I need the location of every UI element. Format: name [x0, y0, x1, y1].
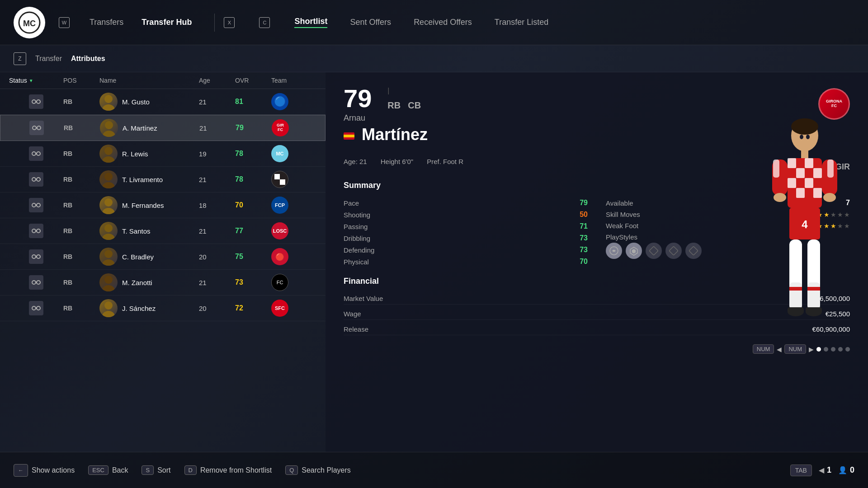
- stat-physical: Physical 70: [344, 256, 588, 267]
- ovr-cell: 81: [235, 98, 271, 106]
- player-row[interactable]: RB A. Martínez 21 79 GIRFC: [0, 115, 326, 141]
- svg-point-33: [37, 229, 40, 233]
- skill-moves-label: Skill Moves: [606, 211, 640, 218]
- svg-point-31: [102, 208, 115, 214]
- player-row[interactable]: RB M. Zanotti 21 73 FC: [0, 270, 326, 296]
- status-cell: [9, 275, 63, 290]
- svg-point-7: [102, 104, 115, 111]
- svg-rect-69: [805, 158, 813, 168]
- nav-hub[interactable]: Transfer Hub: [142, 18, 192, 27]
- passing-label: Passing: [344, 223, 368, 230]
- counter2: 👤 0: [838, 465, 854, 475]
- player-row[interactable]: RB R. Lewis 19 78 MC: [0, 141, 326, 167]
- svg-rect-59: [649, 246, 658, 255]
- player-row[interactable]: RB T. Santos 21 77 LOSC: [0, 218, 326, 244]
- svg-point-18: [104, 147, 113, 155]
- svg-rect-77: [773, 160, 779, 178]
- col-ovr: OVR: [235, 77, 271, 84]
- status-cell: [9, 121, 64, 135]
- svg-point-30: [104, 198, 113, 206]
- svg-point-12: [105, 121, 113, 129]
- team-cell: 🔴: [271, 248, 316, 265]
- tab-transfer-listed[interactable]: Transfer Listed: [495, 18, 548, 27]
- svg-point-27: [37, 203, 40, 207]
- player-row[interactable]: RB C. Bradley 20 75 🔴: [0, 244, 326, 270]
- svg-rect-70: [796, 168, 805, 178]
- action-show: ← Show actions: [14, 464, 75, 477]
- sub-tab-attributes[interactable]: Attributes: [71, 55, 105, 63]
- tab-received-offers[interactable]: Received Offers: [414, 18, 472, 27]
- tab-shortlist[interactable]: Shortlist: [294, 17, 327, 28]
- remove-label: Remove from Shortlist: [200, 466, 272, 474]
- svg-point-55: [102, 311, 115, 317]
- svg-rect-52: [35, 307, 37, 309]
- binoculars-icon: [29, 121, 44, 135]
- nav-transfers[interactable]: Transfers: [90, 18, 123, 27]
- player-avatar: [99, 299, 118, 317]
- status-cell: [9, 146, 63, 161]
- svg-rect-16: [35, 153, 37, 155]
- svg-point-20: [32, 178, 36, 181]
- ovr-cell: 73: [235, 278, 271, 286]
- player-info-cell: M. Gusto: [99, 93, 199, 111]
- player-name: A. Martínez: [123, 124, 157, 132]
- player-row[interactable]: RB M. Gusto 21 81 🔵: [0, 89, 326, 115]
- svg-point-80: [774, 193, 786, 202]
- status-cell: [9, 249, 63, 264]
- team-cell: MC: [271, 145, 316, 162]
- available-label: Available: [606, 199, 633, 207]
- app-logo[interactable]: MC: [14, 7, 45, 38]
- player-ovr: 79: [344, 86, 372, 111]
- svg-point-39: [37, 255, 40, 258]
- s-key: S: [142, 465, 154, 475]
- pos-cell: RB: [63, 305, 99, 312]
- sub-tab-transfer[interactable]: Transfer: [35, 55, 62, 63]
- player-name: M. Fernandes: [122, 202, 164, 209]
- team-cell: 🔵: [271, 93, 316, 110]
- svg-rect-66: [801, 149, 808, 158]
- action-sort[interactable]: S Sort: [142, 465, 170, 475]
- action-search[interactable]: Q Search Players: [285, 465, 351, 475]
- passing-val: 71: [580, 222, 588, 230]
- svg-rect-86: [789, 282, 802, 310]
- sub-header: Z Transfer Attributes: [0, 45, 868, 72]
- defending-label: Defending: [344, 246, 374, 254]
- player-avatar: [99, 196, 118, 214]
- ovr-cell: 79: [236, 124, 272, 132]
- count1-val: 1: [827, 465, 831, 475]
- svg-point-3: [37, 100, 40, 103]
- player-info-cell: T. Livramento: [99, 170, 199, 188]
- show-actions-label: Show actions: [32, 466, 75, 474]
- player-name: C. Bradley: [122, 253, 154, 261]
- svg-rect-89: [807, 287, 820, 291]
- nav-links: W Transfers Transfer Hub: [59, 17, 192, 28]
- ovr-section: 79 | RB CB Arnau Martínez: [344, 86, 428, 146]
- player-row[interactable]: RB J. Sánchez 20 72 SFC: [0, 296, 326, 321]
- stat-dribbling: Dribbling 73: [344, 232, 588, 244]
- pos-cell: RB: [64, 124, 100, 131]
- action-remove[interactable]: D Remove from Shortlist: [184, 465, 272, 475]
- player-info-cell: A. Martínez: [100, 119, 199, 137]
- team-cell: LOSC: [271, 222, 316, 239]
- player-row[interactable]: RB T. Livramento 21 78: [0, 167, 326, 192]
- stats-left: Pace 79 Shooting 50 Passing 71 Dribbling…: [344, 197, 588, 267]
- tab-indicator: TAB: [790, 465, 812, 476]
- binoculars-icon: [29, 198, 43, 212]
- back-arrow-key: ←: [14, 464, 28, 477]
- ovr-cell: 70: [235, 201, 271, 209]
- svg-rect-61: [689, 246, 698, 255]
- svg-text:MC: MC: [23, 19, 36, 28]
- svg-point-43: [102, 259, 115, 266]
- main-content: Status ▼ POS Name Age OVR Team: [0, 72, 868, 452]
- counter1: ◀ 1: [819, 465, 831, 475]
- tab-sent-offers[interactable]: Sent Offers: [350, 18, 391, 27]
- col-name: Name: [99, 77, 199, 84]
- pos-cell: RB: [63, 227, 99, 235]
- svg-point-13: [103, 131, 115, 137]
- player-avatar: [99, 273, 118, 291]
- svg-point-21: [37, 178, 40, 181]
- svg-point-9: [37, 126, 41, 130]
- ovr-cell: 72: [235, 304, 271, 312]
- player-row[interactable]: RB M. Fernandes 18 70 FCP: [0, 192, 326, 218]
- svg-point-37: [102, 234, 115, 240]
